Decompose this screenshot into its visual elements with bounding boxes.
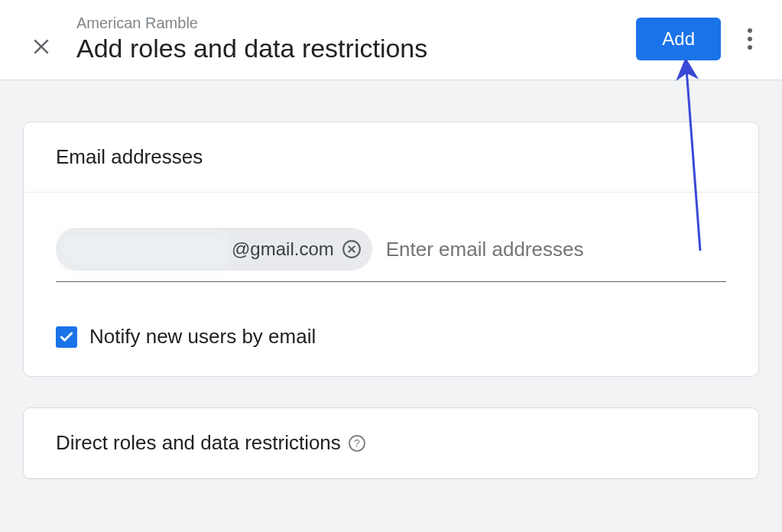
- close-button[interactable]: [28, 33, 55, 60]
- notify-checkbox[interactable]: [56, 326, 77, 348]
- remove-chip-button[interactable]: [342, 239, 362, 259]
- email-chip[interactable]: @gmail.com: [56, 228, 372, 271]
- add-button[interactable]: Add: [636, 18, 721, 60]
- remove-circle-icon: [342, 239, 362, 259]
- email-addresses-card: Email addresses @gmail.com: [23, 122, 759, 377]
- content-area: Email addresses @gmail.com: [0, 80, 782, 532]
- notify-checkbox-row: Notify new users by email: [56, 325, 726, 349]
- check-icon: [59, 329, 74, 345]
- email-chip-redacted: [62, 233, 229, 265]
- page-header: American Ramble Add roles and data restr…: [0, 0, 782, 80]
- email-card-header: Email addresses: [24, 122, 758, 193]
- header-titles: American Ramble Add roles and data restr…: [76, 15, 636, 63]
- page-title: Add roles and data restrictions: [76, 34, 636, 63]
- email-input-row[interactable]: @gmail.com: [56, 228, 726, 282]
- breadcrumb: American Ramble: [76, 15, 636, 32]
- roles-card: Direct roles and data restrictions ?: [23, 407, 759, 479]
- email-card-body: @gmail.com Not: [24, 193, 758, 376]
- more-menu-button[interactable]: [736, 25, 764, 53]
- email-input[interactable]: [386, 238, 726, 261]
- roles-card-title: Direct roles and data restrictions: [56, 431, 341, 455]
- help-icon[interactable]: ?: [349, 435, 365, 452]
- notify-checkbox-label: Notify new users by email: [89, 325, 316, 349]
- close-icon: [31, 37, 51, 57]
- email-chip-domain: @gmail.com: [232, 238, 334, 260]
- more-vertical-icon: [748, 28, 752, 33]
- roles-card-header: Direct roles and data restrictions ?: [24, 408, 758, 478]
